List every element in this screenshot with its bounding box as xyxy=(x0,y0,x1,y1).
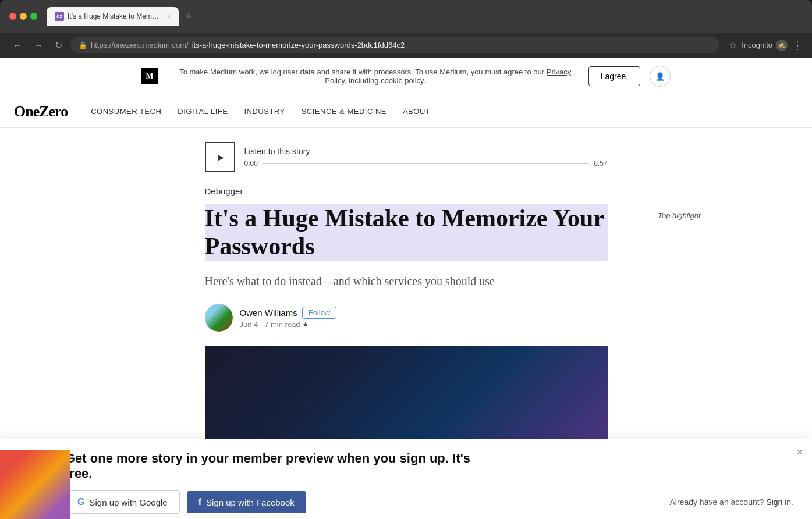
nav-digital-life[interactable]: DIGITAL LIFE xyxy=(178,107,228,116)
google-button-label: Sign up with Google xyxy=(89,497,167,507)
incognito-icon: 🕵 xyxy=(776,40,788,51)
back-button[interactable]: ← xyxy=(9,38,26,53)
google-icon: G xyxy=(77,497,84,507)
lock-icon: 🔒 xyxy=(79,41,87,49)
star-icon: ★ xyxy=(302,320,309,329)
url-prefix: https://onezero.medium.com/ xyxy=(91,41,189,49)
cookie-banner: M To make Medium work, we log user data … xyxy=(0,58,812,95)
nav-links: CONSUMER TECH DIGITAL LIFE INDUSTRY SCIE… xyxy=(91,107,430,116)
url-suffix: its-a-huge-mistake-to-memorize-your-pass… xyxy=(192,41,405,49)
new-tab-button[interactable]: + xyxy=(181,8,197,25)
sign-in-link[interactable]: Sign in xyxy=(766,497,791,507)
facebook-icon: f xyxy=(198,497,201,507)
facebook-signup-button[interactable]: f Sign up with Facebook xyxy=(187,491,306,513)
agree-button[interactable]: I agree. xyxy=(588,66,640,86)
incognito-indicator: Incognito 🕵 xyxy=(742,40,788,51)
medium-logo: M xyxy=(141,68,158,84)
tab-favicon: oz xyxy=(55,12,64,21)
banner-art-image xyxy=(0,450,70,519)
nav-science-medicine[interactable]: SCIENCE & MEDICINE xyxy=(302,107,387,116)
author-name-row: Owen Williams Follow xyxy=(240,307,337,319)
author-avatar xyxy=(205,304,233,332)
google-signup-button[interactable]: G Sign up with Google xyxy=(65,490,180,514)
browser-menu-button[interactable]: ⋮ xyxy=(792,39,803,52)
article-meta: Jun 4 · 7 min read ★ xyxy=(240,320,337,329)
play-button[interactable]: ▶ xyxy=(205,142,235,172)
top-highlight-label: Top highlight xyxy=(658,211,700,220)
avatar-image xyxy=(205,304,233,332)
author-info: Owen Williams Follow Jun 4 · 7 min read … xyxy=(240,307,337,329)
author-row: Owen Williams Follow Jun 4 · 7 min read … xyxy=(205,304,608,332)
nav-industry[interactable]: INDUSTRY xyxy=(244,107,285,116)
tab-close-button[interactable]: × xyxy=(166,12,171,20)
page-content: M To make Medium work, we log user data … xyxy=(0,58,812,519)
signup-banner: Get one more story in your member previe… xyxy=(0,439,812,519)
browser-tab[interactable]: oz It's a Huge Mistake to Memori… × xyxy=(47,7,179,26)
banner-content: Get one more story in your member previe… xyxy=(19,451,793,514)
section-link[interactable]: Debugger xyxy=(205,186,608,196)
site-logo[interactable]: OneZero xyxy=(14,103,68,120)
article-read-time: 7 min read xyxy=(264,320,300,329)
play-icon: ▶ xyxy=(218,152,224,162)
main-content: ▶ Listen to this story 0:00 8:57 Debugge… xyxy=(191,128,622,476)
address-bar[interactable]: 🔒 https://onezero.medium.com/its-a-huge-… xyxy=(70,37,719,53)
sign-in-button[interactable]: 👤 xyxy=(650,66,671,87)
article-title: It's a Huge Mistake to Memorize Your Pas… xyxy=(205,204,608,261)
star-button[interactable]: ☆ xyxy=(729,40,737,51)
forward-button[interactable]: → xyxy=(30,38,47,53)
close-window-button[interactable] xyxy=(9,13,16,20)
banner-buttons: G Sign up with Google f Sign up with Fac… xyxy=(65,490,793,514)
article-subtitle: Here's what to do instead—and which serv… xyxy=(205,272,608,290)
audio-label: Listen to this story xyxy=(244,147,608,156)
sign-in-icon: 👤 xyxy=(655,72,665,81)
article: Debugger It's a Huge Mistake to Memorize… xyxy=(191,186,622,462)
tab-title: It's a Huge Mistake to Memori… xyxy=(68,12,161,20)
follow-button[interactable]: Follow xyxy=(302,307,337,319)
nav-consumer-tech[interactable]: CONSUMER TECH xyxy=(91,107,161,116)
progress-bar[interactable] xyxy=(263,163,589,164)
already-account-text: Already have an account? Sign in. xyxy=(670,497,793,507)
facebook-button-label: Sign up with Facebook xyxy=(206,497,295,507)
article-date: Jun 4 xyxy=(240,320,258,329)
traffic-lights xyxy=(9,13,37,20)
article-title-wrap: It's a Huge Mistake to Memorize Your Pas… xyxy=(205,204,608,261)
cookie-text: To make Medium work, we log user data an… xyxy=(172,67,579,85)
audio-progress: 0:00 8:57 xyxy=(244,159,608,168)
minimize-window-button[interactable] xyxy=(20,13,27,20)
banner-art xyxy=(0,450,70,519)
refresh-button[interactable]: ↻ xyxy=(51,37,66,53)
audio-player: ▶ Listen to this story 0:00 8:57 xyxy=(191,142,622,172)
maximize-window-button[interactable] xyxy=(30,13,37,20)
author-name[interactable]: Owen Williams xyxy=(240,308,297,318)
nav-about[interactable]: ABOUT xyxy=(403,107,430,116)
navigation: OneZero CONSUMER TECH DIGITAL LIFE INDUS… xyxy=(0,95,812,128)
time-total: 8:57 xyxy=(594,159,607,168)
banner-headline: Get one more story in your member previe… xyxy=(65,451,473,481)
close-banner-button[interactable]: × xyxy=(796,446,803,458)
audio-info: Listen to this story 0:00 8:57 xyxy=(244,147,608,168)
time-current: 0:00 xyxy=(244,159,258,168)
